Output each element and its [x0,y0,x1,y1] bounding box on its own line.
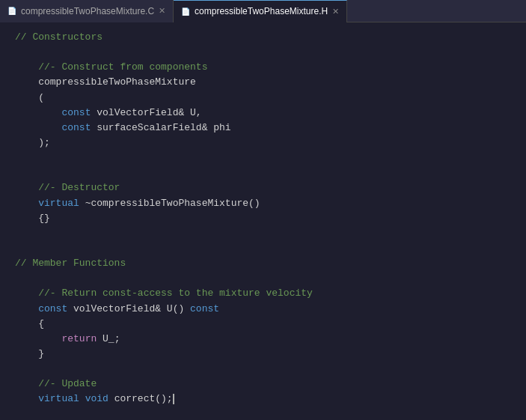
code-line [15,45,526,60]
code-line [15,362,526,377]
code-line: } [15,347,526,362]
tab-h-file-label: compressibleTwoPhaseMixture.H [195,6,328,16]
token: const [190,303,219,314]
tab-h-close[interactable]: ✕ [332,7,339,16]
token: surfaceScalarField& phi [91,122,230,133]
token: virtual [38,198,79,209]
code-line: virtual ~compressibleTwoPhaseMixture() [15,196,526,211]
token: ~compressibleTwoPhaseMixture() [79,198,260,209]
code-line [15,271,526,286]
token: ( [15,92,44,103]
code-line [15,241,526,256]
text-cursor [173,394,174,404]
token: return [61,333,97,344]
tab-c-file-label: compressibleTwoPhaseMixture.C [21,6,154,16]
code-line [15,226,526,241]
code-line: ( [15,91,526,106]
tab-h-file-icon: 📄 [181,7,190,16]
code-editor[interactable]: // Constructors //- Construct from compo… [0,22,526,420]
token: virtual [38,393,79,404]
code-line: { [15,317,526,332]
token: } [15,348,44,359]
code-line [15,407,526,420]
code-line: ); [15,136,526,150]
tab-h-file[interactable]: 📄 compressibleTwoPhaseMixture.H ✕ [174,0,347,22]
token [15,393,38,404]
token [15,122,61,133]
code-line: const surfaceScalarField& phi [15,121,526,136]
code-line: const volVectorField& U() const [15,302,526,317]
code-line: //- Update [15,377,526,392]
code-line: return U_; [15,332,526,347]
code-line: // Member Functions [15,256,526,271]
code-content: // Constructors //- Construct from compo… [7,30,526,420]
code-pre: // Constructors //- Construct from compo… [15,30,526,420]
token: { [15,318,44,329]
token: //- Return const-access to the mixture v… [15,287,313,299]
code-line [15,150,526,165]
token [79,393,85,404]
token: ); [15,137,50,148]
token: volVectorField& U, [91,107,201,118]
tab-c-close[interactable]: ✕ [159,6,165,16]
token: //- Destructor [15,182,120,193]
code-line: //- Construct from components [15,60,526,75]
token: // Constructors [15,31,103,43]
token [15,333,61,344]
tab-c-file-icon: 📄 [7,7,16,15]
token: //- Construct from components [15,61,207,73]
tab-c-file[interactable]: 📄 compressibleTwoPhaseMixture.C ✕ [0,0,174,22]
token: U_; [97,333,120,344]
code-line: {} [15,211,526,226]
token: const [61,107,91,118]
token [15,107,61,118]
code-line: const volVectorField& U, [15,106,526,121]
token: // Member Functions [15,258,126,269]
code-line: //- Return const-access to the mixture v… [15,286,526,301]
token: const [38,303,67,314]
code-line: compressibleTwoPhaseMixture [15,75,526,90]
token: correct(); [108,393,173,404]
token [15,303,38,314]
token: void [85,393,108,404]
token [15,198,38,209]
token: compressibleTwoPhaseMixture [15,76,196,88]
code-line: // Constructors [15,30,526,45]
code-line: //- Destructor [15,180,526,195]
code-line [15,165,526,180]
token: volVectorField& U() [67,303,190,314]
token: //- Update [15,378,97,389]
token: {} [15,213,50,224]
token: const [61,122,91,133]
code-line: virtual void correct(); [15,392,526,407]
tab-bar: 📄 compressibleTwoPhaseMixture.C ✕ 📄 comp… [0,0,526,22]
